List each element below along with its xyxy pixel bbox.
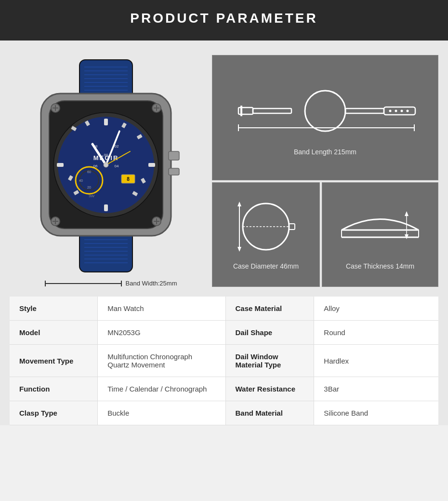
svg-point-74	[401, 109, 403, 112]
table-row: Clasp TypeBuckleBand MaterialSilicone Ba…	[10, 401, 438, 425]
band-width-line	[45, 283, 122, 284]
page-title: PRODUCT PARAMETER	[0, 11, 448, 26]
value-3-1: Time / Calendar / Chronograph	[98, 377, 225, 401]
value-4-2: Silicone Band	[314, 401, 438, 425]
band-width-indicator: Band Width:25mm	[45, 280, 177, 287]
svg-text:60: 60	[87, 170, 91, 174]
svg-rect-70	[345, 108, 384, 113]
value-0-1: Man Watch	[98, 297, 225, 321]
band-length-diagram: Band Length 215mm	[212, 55, 438, 180]
svg-rect-68	[253, 108, 291, 113]
specs-diagrams-area: Band Length 215mm	[212, 55, 438, 287]
svg-rect-21	[169, 168, 179, 175]
band-length-svg	[234, 80, 417, 142]
value-3-2: 3Bar	[314, 377, 438, 401]
svg-marker-82	[237, 202, 241, 206]
svg-rect-37	[104, 204, 108, 211]
svg-rect-80	[289, 224, 295, 230]
watch-illustration: 8 MEGIR 08 02 00 06 04 60	[14, 55, 198, 277]
value-2-2: Hardlex	[314, 345, 438, 377]
svg-text:20: 20	[87, 186, 91, 189]
case-thickness-svg	[332, 199, 428, 257]
label-0-2: Case Material	[225, 297, 314, 321]
svg-rect-36	[104, 119, 108, 125]
svg-marker-83	[237, 247, 241, 252]
svg-rect-20	[169, 151, 179, 160]
svg-rect-38	[57, 163, 64, 167]
svg-text:00: 00	[104, 153, 108, 157]
label-4-1: Clasp Type	[10, 401, 98, 425]
svg-text:40: 40	[79, 179, 83, 182]
svg-point-72	[389, 109, 392, 112]
value-2-1: Multifunction Chronograph Quartz Movemen…	[98, 345, 225, 377]
table-row: Movement TypeMultifunction Chronograph Q…	[10, 345, 438, 377]
case-diameter-svg	[223, 199, 309, 257]
svg-rect-39	[148, 163, 155, 167]
svg-rect-67	[240, 106, 242, 116]
svg-point-73	[395, 109, 397, 112]
page-header: PRODUCT PARAMETER	[0, 0, 448, 41]
table-row: ModelMN2053GDail ShapeRound	[10, 321, 438, 345]
case-thickness-diagram: Case Thickness 14mm	[322, 182, 438, 287]
svg-text:02: 02	[115, 144, 119, 149]
value-1-1: MN2053G	[98, 321, 225, 345]
case-diameter-label: Case Diameter 46mm	[233, 262, 299, 270]
value-1-2: Round	[314, 321, 438, 345]
value-4-1: Buckle	[98, 401, 225, 425]
product-params-table: StyleMan WatchCase MaterialAlloyModelMN2…	[10, 297, 438, 425]
label-4-2: Band Material	[225, 401, 314, 425]
label-2-2: Dail Window Material Type	[225, 345, 314, 377]
svg-rect-71	[384, 107, 415, 115]
band-width-text: Band Width:25mm	[126, 280, 177, 287]
label-3-2: Water Resistance	[225, 377, 314, 401]
svg-text:06: 06	[93, 164, 98, 168]
watch-image-area: 8 MEGIR 08 02 00 06 04 60	[10, 55, 202, 287]
table-row: StyleMan WatchCase MaterialAlloy	[10, 297, 438, 321]
value-0-2: Alloy	[314, 297, 438, 321]
case-diameter-diagram: Case Diameter 46mm	[212, 182, 320, 287]
table-row: FunctionTime / Calendar / ChronographWat…	[10, 377, 438, 401]
svg-text:8: 8	[127, 176, 130, 182]
band-length-label: Band Length 215mm	[294, 148, 356, 156]
svg-point-69	[305, 91, 345, 131]
label-1-2: Dail Shape	[225, 321, 314, 345]
bottom-diagrams-row: Case Diameter 46mm	[212, 182, 438, 287]
label-0-1: Style	[10, 297, 98, 321]
svg-marker-90	[405, 211, 408, 216]
label-3-1: Function	[10, 377, 98, 401]
product-info-section: 8 MEGIR 08 02 00 06 04 60	[10, 55, 438, 287]
label-2-1: Movement Type	[10, 345, 98, 377]
label-1-1: Model	[10, 321, 98, 345]
main-content: 8 MEGIR 08 02 00 06 04 60	[0, 41, 448, 425]
svg-point-75	[407, 109, 409, 112]
svg-point-61	[104, 162, 108, 167]
header-arrow	[215, 32, 233, 41]
svg-text:3W: 3W	[89, 194, 94, 198]
svg-text:04: 04	[115, 164, 119, 168]
case-thickness-label: Case Thickness 14mm	[346, 262, 414, 270]
